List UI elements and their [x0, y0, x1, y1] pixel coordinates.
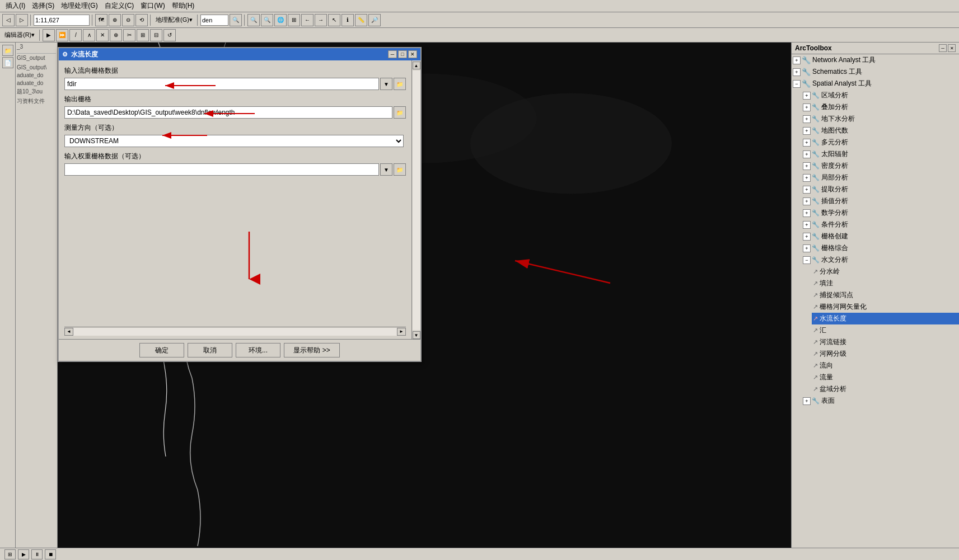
hscroll-left-btn[interactable]: ◄ — [64, 328, 73, 336]
toolbar-forward-btn[interactable]: ▷ — [16, 14, 28, 26]
tree-item-multivariate[interactable]: + 🔧 多元分析 — [802, 137, 959, 148]
edit-btn8[interactable]: ⊞ — [137, 29, 149, 41]
dialog-cancel-btn[interactable]: 取消 — [188, 343, 232, 357]
edit-btn9[interactable]: ⊟ — [150, 29, 162, 41]
toolbar-btn2[interactable]: ⊕ — [109, 14, 121, 26]
menu-select[interactable]: 选择(S) — [29, 0, 58, 12]
toolbar-btn4[interactable]: ⟲ — [135, 14, 148, 26]
toolbar-grid[interactable]: ⊞ — [288, 14, 300, 26]
tree-item-basinanalysis[interactable]: ↗ 盆域分析 — [812, 383, 959, 395]
tree-item-area[interactable]: + 🔧 区域分析 — [802, 90, 959, 101]
status-btn2[interactable]: ▶ — [18, 549, 29, 559]
expand-network[interactable]: + — [793, 57, 801, 64]
expand-multivariate[interactable]: + — [803, 139, 811, 147]
tree-item-streamlink[interactable]: ↗ 河流链接 — [812, 336, 959, 348]
tree-item-density[interactable]: + 🔧 密度分析 — [802, 160, 959, 172]
menu-help[interactable]: 帮助(H) — [169, 0, 198, 12]
tree-item-mapalgebra[interactable]: + 🔧 地图代数 — [802, 125, 959, 137]
dialog-restore-btn[interactable]: □ — [398, 50, 407, 58]
tree-item-watershed[interactable]: ↗ 分水岭 — [812, 266, 959, 277]
tree-item-solar[interactable]: + 🔧 太阳辐射 — [802, 148, 959, 160]
toolbar-back-btn[interactable]: ◁ — [2, 14, 15, 26]
toolbar-measure[interactable]: 📏 — [355, 14, 367, 26]
field4-dropdown-btn[interactable]: ▼ — [380, 163, 392, 176]
expand-solar[interactable]: + — [803, 150, 811, 158]
tree-item-sinkpoint[interactable]: ↗ 捕捉倾泻点 — [812, 289, 959, 301]
den-input[interactable] — [200, 15, 228, 26]
expand-mapalgebra[interactable]: + — [803, 127, 811, 135]
expand-math[interactable]: + — [803, 209, 811, 217]
tree-item-local[interactable]: + 🔧 局部分析 — [802, 172, 959, 183]
expand-overlay[interactable]: + — [803, 103, 811, 111]
tree-item-flowaccum[interactable]: ↗ 流量 — [812, 371, 959, 383]
status-btn1[interactable]: ⊞ — [4, 549, 16, 559]
expand-spatial[interactable]: − — [793, 80, 801, 88]
expand-area[interactable]: + — [803, 92, 811, 100]
tree-item-underground[interactable]: + 🔧 地下水分析 — [802, 113, 959, 125]
toolbar-zoom-in[interactable]: 🔍 — [247, 14, 260, 26]
expand-local[interactable]: + — [803, 174, 811, 182]
status-btn3[interactable]: ⏸ — [31, 549, 43, 559]
toolbar-btn3[interactable]: ⊖ — [122, 14, 134, 26]
status-btn4[interactable]: ⏹ — [45, 549, 56, 559]
dialog-close-btn[interactable]: ✕ — [408, 50, 417, 58]
tree-item-network[interactable]: + 🔧 Network Analyst 工具 — [792, 54, 959, 66]
edit-btn4[interactable]: ∧ — [83, 29, 95, 41]
tree-item-overlay[interactable]: + 🔧 叠加分析 — [802, 101, 959, 113]
toolbar-btn1[interactable]: 🗺 — [95, 14, 107, 26]
toolbar-search-btn[interactable]: 🔍 — [230, 14, 242, 26]
toolbar-arrow-left[interactable]: ← — [301, 14, 314, 26]
tree-item-spatial[interactable]: − 🔧 Spatial Analyst 工具 — [792, 78, 959, 90]
geoprocess-label[interactable]: 地理配准(G)▾ — [153, 16, 195, 24]
tree-item-streamorder[interactable]: ↗ 河网分级 — [812, 348, 959, 360]
field4-browse-btn[interactable]: 📁 — [394, 163, 406, 176]
expand-raster-general[interactable]: + — [803, 244, 811, 252]
tree-item-raster-general[interactable]: + 🔧 栅格综合 — [802, 242, 959, 254]
field1-input[interactable] — [64, 78, 379, 90]
tree-item-flowlength[interactable]: ↗ 水流长度 — [812, 313, 959, 324]
edit-btn7[interactable]: ✂ — [123, 29, 135, 41]
toolbox-close-btn[interactable]: ✕ — [948, 44, 956, 52]
tree-item-fill[interactable]: ↗ 填洼 — [812, 277, 959, 289]
edit-btn6[interactable]: ⊕ — [110, 29, 122, 41]
expand-hydrology[interactable]: − — [803, 256, 811, 264]
dialog-help-btn[interactable]: 显示帮助 >> — [284, 343, 340, 357]
expand-extract[interactable]: + — [803, 186, 811, 194]
field2-browse-btn[interactable]: 📁 — [394, 106, 406, 119]
field1-dropdown-btn[interactable]: ▼ — [380, 78, 392, 90]
edit-btn2[interactable]: ⏩ — [56, 29, 68, 41]
toolbar-arrow-right[interactable]: → — [315, 14, 327, 26]
hscroll-right-btn[interactable]: ► — [397, 328, 406, 336]
tree-item-streamvector[interactable]: ↗ 栅格河网矢量化 — [812, 301, 959, 313]
scale-input[interactable] — [34, 15, 90, 26]
left-btn1[interactable]: 📁 — [2, 45, 13, 56]
edit-btn5[interactable]: ✕ — [96, 29, 109, 41]
menu-window[interactable]: 窗口(W) — [137, 0, 168, 12]
field1-browse-btn[interactable]: 📁 — [394, 78, 406, 90]
field3-select[interactable]: DOWNSTREAM — [64, 135, 404, 147]
toolbar-info[interactable]: ℹ — [342, 14, 354, 26]
edit-btn3[interactable]: / — [69, 29, 82, 41]
dialog-env-btn[interactable]: 环境... — [236, 343, 280, 357]
left-btn2[interactable]: 📄 — [2, 57, 13, 68]
toolbar-select[interactable]: ↖ — [328, 14, 340, 26]
expand-interpolation[interactable]: + — [803, 197, 811, 205]
menu-insert[interactable]: 插入(I) — [2, 0, 29, 12]
tree-item-flowdir[interactable]: ↗ 流向 — [812, 360, 959, 371]
toolbar-identify[interactable]: 🔎 — [368, 14, 381, 26]
expand-raster-create[interactable]: + — [803, 233, 811, 241]
tree-item-schematics[interactable]: + 🔧 Schematics 工具 — [792, 66, 959, 78]
expand-schematics[interactable]: + — [793, 68, 801, 76]
expand-underground[interactable]: + — [803, 115, 811, 123]
dialog-ok-btn[interactable]: 确定 — [139, 343, 184, 357]
expand-surface[interactable]: + — [803, 397, 811, 405]
toolbar-zoom-out[interactable]: 🔍 — [261, 14, 273, 26]
field2-input[interactable] — [64, 106, 392, 119]
vscroll-down-btn[interactable]: ▼ — [413, 331, 420, 339]
field4-input[interactable] — [64, 163, 379, 176]
tree-item-interpolation[interactable]: + 🔧 插值分析 — [802, 195, 959, 207]
toolbar-globe[interactable]: 🌐 — [274, 14, 287, 26]
tree-item-math[interactable]: + 🔧 数学分析 — [802, 207, 959, 219]
toolbox-minimize-btn[interactable]: ─ — [939, 44, 947, 52]
tree-item-hydrology[interactable]: − 🔧 水文分析 — [802, 254, 959, 266]
